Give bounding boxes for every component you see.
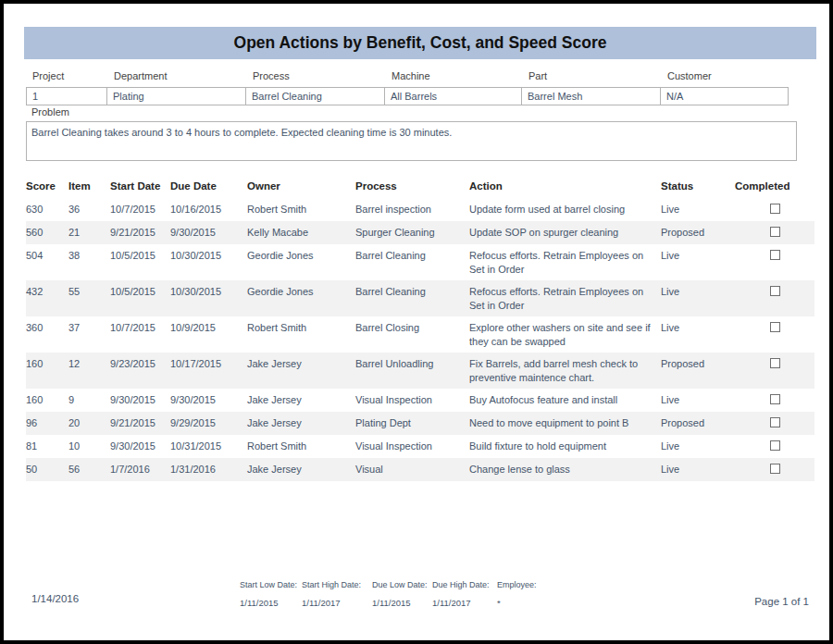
cell-process: Visual (355, 458, 469, 481)
cell-score: 50 (26, 458, 68, 481)
column-header-action: Action (469, 176, 661, 198)
table-row: 360 37 10/7/2015 10/9/2015 Robert Smith … (26, 316, 814, 353)
report-date: 1/14/2016 (31, 593, 79, 604)
cell-completed (735, 389, 814, 412)
completed-checkbox[interactable] (770, 394, 780, 404)
table-row: 630 36 10/7/2015 10/16/2015 Robert Smith… (26, 198, 814, 221)
cell-status: Live (661, 458, 735, 481)
field-value-machine: All Barrels (384, 87, 522, 105)
column-header-status: Status (661, 176, 735, 198)
filter-label: Start High Date: (302, 580, 372, 598)
cell-process: Barrel Cleaning (355, 280, 469, 316)
cell-status: Live (661, 244, 735, 280)
filter-value: * (497, 598, 543, 608)
cell-completed (735, 198, 814, 221)
cell-due-date: 10/16/2015 (170, 198, 247, 221)
cell-start-date: 9/21/2015 (110, 412, 170, 435)
cell-process: Visual Inspection (355, 435, 469, 458)
cell-action: Buy Autofocus feature and install (469, 389, 661, 412)
completed-checkbox[interactable] (770, 417, 780, 427)
cell-process: Barrel Unloadling (355, 353, 469, 389)
cell-status: Proposed (661, 221, 735, 244)
cell-status: Live (661, 198, 735, 221)
table-row: 96 20 9/21/2015 9/29/2015 Jake Jersey Pl… (26, 412, 814, 435)
cell-due-date: 10/30/2015 (170, 280, 247, 316)
cell-owner: Robert Smith (247, 435, 355, 458)
cell-action: Refocus efforts. Retrain Employees on Se… (469, 280, 661, 316)
cell-owner: Geordie Jones (247, 280, 355, 316)
cell-process: Barrel Cleaning (355, 244, 469, 280)
cell-owner: Geordie Jones (247, 244, 355, 280)
cell-status: Proposed (661, 412, 735, 435)
cell-completed (735, 316, 814, 353)
column-header-completed: Completed (735, 176, 814, 198)
completed-checkbox[interactable] (770, 440, 780, 451)
title-banner: Open Actions by Benefit, Cost, and Speed… (24, 27, 816, 59)
completed-checkbox[interactable] (770, 322, 780, 332)
cell-item: 20 (68, 412, 110, 435)
table-body: 630 36 10/7/2015 10/16/2015 Robert Smith… (26, 198, 814, 481)
cell-item: 9 (68, 389, 110, 412)
completed-checkbox[interactable] (770, 227, 780, 237)
field-project: Project 1 (26, 70, 107, 105)
cell-due-date: 10/17/2015 (170, 353, 247, 389)
footer-filters: Start Low Date: 1/11/2015 Start High Dat… (240, 580, 543, 608)
cell-score: 630 (26, 198, 68, 221)
cell-status: Live (661, 389, 735, 412)
completed-checkbox[interactable] (770, 464, 780, 474)
completed-checkbox[interactable] (770, 286, 780, 296)
column-header-process: Process (355, 176, 469, 198)
cell-owner: Robert Smith (247, 316, 355, 353)
table-row: 50 56 1/7/2016 1/31/2016 Jake Jersey Vis… (26, 458, 814, 481)
field-department: Department Plating (107, 70, 246, 105)
cell-owner: Jake Jersey (247, 353, 355, 389)
completed-checkbox[interactable] (770, 250, 780, 260)
column-header-item: Item (68, 176, 110, 198)
cell-owner: Jake Jersey (247, 458, 355, 481)
cell-process: Barrel inspection (355, 198, 469, 221)
filter-value: 1/11/2015 (372, 598, 432, 608)
field-value-part: Barrel Mesh (521, 87, 661, 105)
cell-score: 160 (26, 353, 68, 389)
table-row: 560 21 9/21/2015 9/30/2015 Kelly Macabe … (26, 221, 814, 244)
cell-completed (735, 412, 814, 435)
cell-item: 36 (68, 198, 110, 221)
cell-action: Change lense to glass (469, 458, 661, 481)
filter-employee: Employee: * (497, 580, 543, 608)
actions-table: Score Item Start Date Due Date Owner Pro… (26, 176, 814, 481)
cell-due-date: 9/29/2015 (170, 412, 247, 435)
cell-start-date: 10/5/2015 (110, 280, 170, 316)
field-label-department: Department (107, 70, 246, 87)
table-row: 432 55 10/5/2015 10/30/2015 Geordie Jone… (26, 280, 814, 316)
cell-owner: Jake Jersey (247, 389, 355, 412)
cell-completed (735, 458, 814, 481)
cell-due-date: 9/30/2015 (170, 389, 247, 412)
table-row: 81 10 9/30/2015 10/31/2015 Robert Smith … (26, 435, 814, 458)
cell-item: 38 (68, 244, 110, 280)
column-header-start-date: Start Date (110, 176, 170, 198)
completed-checkbox[interactable] (770, 204, 780, 214)
cell-process: Plating Dept (355, 412, 469, 435)
cell-action: Need to move equipment to point B (469, 412, 661, 435)
cell-score: 560 (26, 221, 68, 244)
cell-status: Live (661, 316, 735, 353)
cell-score: 96 (26, 412, 68, 435)
table-row: 160 9 9/30/2015 9/30/2015 Jake Jersey Vi… (26, 389, 814, 412)
report-title: Open Actions by Benefit, Cost, and Speed… (234, 33, 607, 53)
cell-action: Update form used at barrel closing (469, 198, 661, 221)
column-header-score: Score (26, 176, 68, 198)
table-header: Score Item Start Date Due Date Owner Pro… (26, 176, 814, 198)
cell-score: 504 (26, 244, 68, 280)
field-part: Part Barrel Mesh (522, 70, 661, 105)
field-process: Process Barrel Cleaning (246, 70, 385, 105)
cell-item: 37 (68, 316, 110, 353)
cell-item: 12 (68, 353, 110, 389)
filter-start-high-date: Start High Date: 1/11/2017 (302, 580, 372, 608)
filter-label: Due High Date: (432, 580, 497, 598)
cell-process: Visual Inspection (355, 389, 469, 412)
filter-value: 1/11/2015 (240, 598, 302, 608)
page-number: Page 1 of 1 (754, 596, 809, 607)
cell-score: 360 (26, 316, 68, 353)
filter-value: 1/11/2017 (432, 598, 497, 608)
completed-checkbox[interactable] (770, 358, 780, 368)
